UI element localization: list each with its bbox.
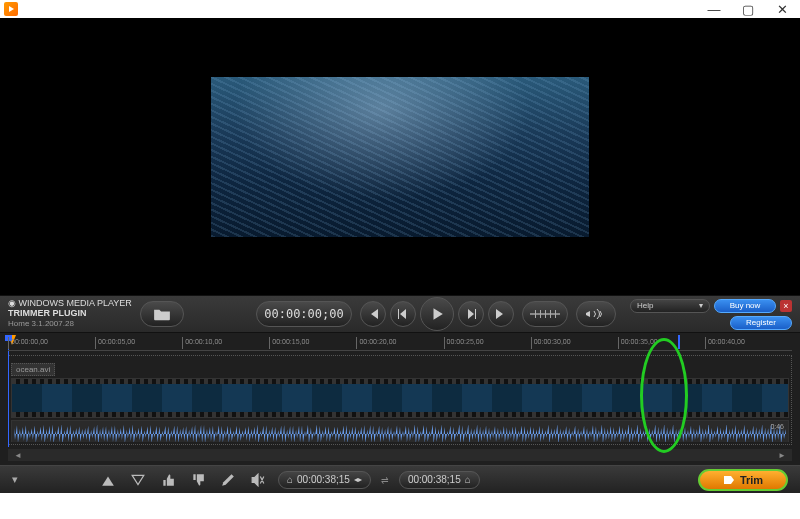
ruler-tick: 00:00:10,00 bbox=[182, 337, 269, 349]
trim-button[interactable]: Trim bbox=[698, 469, 788, 491]
open-file-button[interactable] bbox=[140, 301, 184, 327]
volume-button[interactable] bbox=[576, 301, 616, 327]
edit-button[interactable] bbox=[218, 471, 238, 489]
thumbs-up-button[interactable] bbox=[158, 471, 178, 489]
zoom-slider[interactable] bbox=[522, 301, 568, 327]
audio-track[interactable]: 0:46 bbox=[11, 420, 789, 442]
video-track[interactable] bbox=[11, 378, 789, 418]
svg-rect-4 bbox=[550, 310, 551, 318]
close-button[interactable]: ✕ bbox=[774, 2, 790, 17]
go-end-button[interactable] bbox=[488, 301, 514, 327]
scroll-right-arrow[interactable]: ► bbox=[778, 451, 786, 460]
clip-name-label: ocean.avi bbox=[11, 363, 55, 376]
scroll-left-arrow[interactable]: ◄ bbox=[14, 451, 22, 460]
go-start-button[interactable] bbox=[360, 301, 386, 327]
thumbs-down-button[interactable] bbox=[188, 471, 208, 489]
out-timecode[interactable]: 00:00:38;15⌂ bbox=[399, 471, 480, 489]
transport-controls bbox=[360, 297, 514, 331]
ruler-tick: 00:00:35,00 bbox=[618, 337, 705, 349]
in-timecode[interactable]: ⌂00:00:38;15◂▸ bbox=[278, 471, 371, 489]
step-fwd-button[interactable] bbox=[458, 301, 484, 327]
control-panel: ◉ WINDOWS MEDIA PLAYER TRIMMER PLUGIN Ho… bbox=[0, 295, 800, 333]
ruler-tick: 00:00:00,00 bbox=[8, 337, 95, 349]
svg-rect-1 bbox=[535, 310, 536, 318]
register-button[interactable]: Register bbox=[730, 316, 792, 330]
panel-close-button[interactable]: × bbox=[780, 300, 792, 312]
step-back-button[interactable] bbox=[390, 301, 416, 327]
ruler-tick: 00:00:30,00 bbox=[531, 337, 618, 349]
ruler-tick: 00:00:40,00 bbox=[705, 337, 792, 349]
playhead[interactable] bbox=[8, 335, 9, 447]
play-button[interactable] bbox=[420, 297, 454, 331]
svg-rect-2 bbox=[540, 310, 541, 318]
time-ruler[interactable]: 00:00:00,0000:00:05,0000:00:10,0000:00:1… bbox=[8, 337, 792, 351]
video-preview-area bbox=[0, 18, 800, 295]
mute-button[interactable] bbox=[248, 471, 268, 489]
help-dropdown[interactable]: Help▾ bbox=[630, 299, 710, 313]
ruler-tick: 00:00:25,00 bbox=[444, 337, 531, 349]
ruler-tick: 00:00:05,00 bbox=[95, 337, 182, 349]
expand-toggle[interactable]: ▾ bbox=[12, 473, 18, 486]
timecode-display: 00:00:00;00 bbox=[256, 301, 352, 327]
minimize-button[interactable]: — bbox=[706, 2, 722, 17]
buy-now-button[interactable]: Buy now bbox=[714, 299, 776, 313]
app-icon bbox=[4, 2, 18, 16]
video-frame bbox=[211, 77, 589, 237]
ruler-tick: 00:00:20,00 bbox=[356, 337, 443, 349]
link-icon: ⇌ bbox=[381, 475, 389, 485]
mark-in-button[interactable] bbox=[98, 471, 118, 489]
mark-out-button[interactable] bbox=[128, 471, 148, 489]
timeline-area[interactable]: 00:00:00,0000:00:05,0000:00:10,0000:00:1… bbox=[0, 333, 800, 465]
svg-rect-3 bbox=[545, 310, 546, 318]
maximize-button[interactable]: ▢ bbox=[740, 2, 756, 17]
product-brand: ◉ WINDOWS MEDIA PLAYER TRIMMER PLUGIN Ho… bbox=[8, 299, 132, 329]
track-container: ocean.avi 0:46 bbox=[8, 355, 792, 445]
chevron-down-icon: ▾ bbox=[699, 301, 703, 310]
bottom-toolbar: ▾ ⌂00:00:38;15◂▸ ⇌ 00:00:38;15⌂ Trim bbox=[0, 465, 800, 493]
ruler-tick: 00:00:15,00 bbox=[269, 337, 356, 349]
svg-rect-5 bbox=[555, 310, 556, 318]
